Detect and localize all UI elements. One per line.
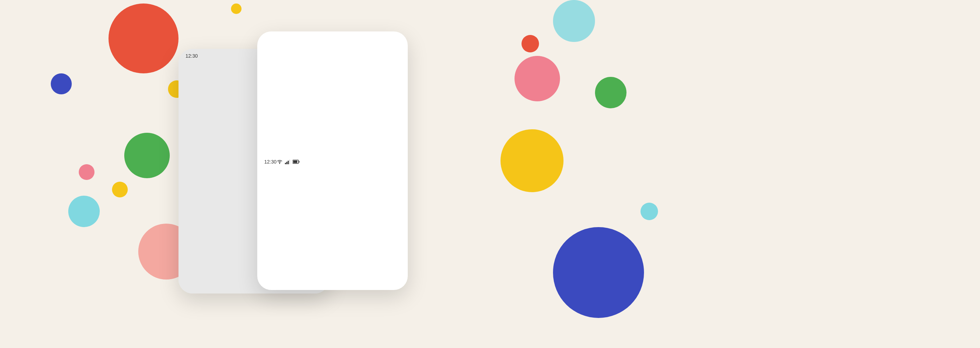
- svg-rect-8: [286, 162, 287, 164]
- svg-point-6: [279, 163, 280, 164]
- circle-yellow-right: [501, 129, 563, 192]
- battery-icon: [293, 160, 300, 164]
- circle-teal-top-right: [553, 0, 595, 42]
- circle-red-right: [522, 35, 539, 52]
- status-bar-right: 12:30: [257, 32, 408, 290]
- svg-rect-12: [293, 161, 298, 163]
- circle-teal-right-small: [641, 202, 658, 220]
- circle-pink-right: [514, 56, 560, 101]
- time-left: 12:30: [186, 53, 198, 59]
- circle-green-right: [595, 77, 627, 108]
- circle-blue-small: [51, 73, 72, 94]
- signal-icon: [285, 159, 291, 164]
- time-right: 12:30: [264, 159, 277, 165]
- circle-pink-small: [79, 164, 94, 180]
- circle-yellow-mid: [112, 182, 128, 198]
- wifi-icon: [277, 159, 283, 164]
- circle-green-medium: [124, 133, 170, 178]
- circle-yellow-top: [231, 3, 242, 14]
- svg-rect-7: [285, 163, 286, 164]
- svg-rect-13: [299, 161, 300, 163]
- circle-red-large: [108, 3, 178, 73]
- circle-blue-large-right: [553, 227, 644, 318]
- status-icons: [277, 33, 401, 290]
- svg-rect-9: [288, 161, 289, 164]
- phone-right: 12:30: [257, 32, 408, 290]
- svg-rect-10: [289, 160, 290, 164]
- circle-teal-small: [68, 196, 100, 227]
